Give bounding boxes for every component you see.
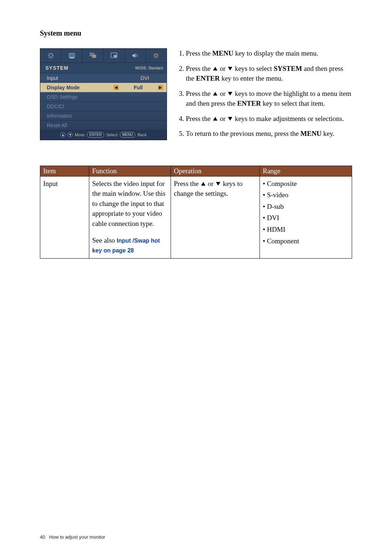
col-function: Function [89, 166, 171, 176]
osd-item-label: Display Mode [47, 85, 114, 90]
osd-footer-select: Select [106, 133, 118, 137]
range-item: HDMI [263, 224, 349, 235]
range-item: DVI [263, 213, 349, 223]
range-item: Composite [263, 179, 349, 189]
osd-tab-display-icon [40, 49, 61, 62]
step-2: Press the or keys to select SYSTEM and t… [186, 64, 352, 84]
step-4: Press the or keys to make adjustments or… [186, 114, 352, 124]
osd-menu-item: DDC/CI [40, 102, 167, 111]
cell-operation: Press the or keys to change the settings… [171, 176, 260, 258]
range-item: S-video [263, 190, 349, 200]
svg-point-7 [155, 54, 158, 57]
osd-header: SYSTEM MODE: Standard [40, 63, 167, 73]
up-triangle-icon [213, 92, 217, 96]
step-3: Press the or keys to move the highlight … [186, 89, 352, 109]
osd-tab-picture-icon [61, 49, 82, 62]
col-range: Range [260, 166, 352, 176]
page-number: 40 [40, 534, 45, 540]
up-triangle-icon [213, 67, 217, 70]
page-footer: 40 How to adjust your monitor [40, 534, 105, 540]
svg-rect-2 [70, 58, 74, 58]
osd-item-label: Reset All [47, 122, 127, 128]
osd-menu-list: InputDVIDisplay Mode◀Full▶OSD SettingsDD… [40, 73, 167, 130]
cell-function: Selects the video input for the main win… [89, 176, 171, 258]
range-item: Component [263, 236, 349, 246]
svg-rect-1 [69, 53, 74, 57]
osd-menu-item: Reset All [40, 121, 167, 130]
osd-tab-pip-icon [104, 49, 125, 62]
down-triangle-icon [228, 67, 232, 70]
osd-item-label: Input [47, 75, 127, 81]
osd-screenshot: SYSTEM MODE: Standard InputDVIDisplay Mo… [40, 48, 167, 140]
svg-point-0 [49, 54, 52, 57]
osd-footer-back: Back [138, 133, 146, 137]
osd-title: SYSTEM [45, 65, 69, 71]
svg-rect-6 [114, 55, 116, 57]
down-triangle-icon [216, 182, 220, 186]
osd-footer-down-icon: ▼ [68, 132, 73, 137]
osd-tab-audio-icon [125, 49, 146, 62]
osd-footer-enter: ENTER [87, 132, 104, 138]
osd-tab-picture-advanced-icon [82, 49, 103, 62]
table-row: Input Selects the video input for the ma… [40, 176, 352, 258]
osd-menu-item: Display Mode◀Full▶ [40, 83, 167, 92]
osd-footer-up-icon: ▲ [60, 132, 65, 137]
step-5: To return to the previous menu, press th… [186, 129, 352, 139]
left-arrow-icon: ◀ [114, 85, 119, 90]
section-title: System menu [40, 29, 352, 37]
osd-menu-item: Information [40, 111, 167, 121]
col-item: Item [40, 166, 89, 176]
col-operation: Operation [171, 166, 260, 176]
osd-footer-menu: MENU [120, 132, 135, 138]
osd-footer: ▲ ▼ Move ENTER Select MENU Back [40, 130, 167, 140]
down-triangle-icon [228, 117, 232, 121]
osd-footer-move: Move [75, 133, 85, 137]
osd-tab-bar [40, 49, 167, 63]
osd-item-label: DDC/CI [47, 104, 127, 109]
osd-item-label: Information [47, 113, 127, 119]
osd-item-value: Full [120, 85, 156, 90]
osd-mode-label: MODE: Standard [135, 65, 163, 71]
svg-rect-4 [92, 55, 96, 57]
cell-item: Input [40, 176, 89, 258]
osd-menu-item: InputDVI [40, 73, 167, 83]
instruction-steps: Press the MENU key to display the main m… [178, 48, 352, 144]
up-triangle-icon [213, 117, 217, 121]
range-item: D-sub [263, 202, 349, 212]
right-arrow-icon: ▶ [158, 85, 163, 90]
up-triangle-icon [201, 182, 205, 186]
down-triangle-icon [228, 92, 232, 96]
chapter-title: How to adjust your monitor [49, 534, 105, 540]
reference-table: Item Function Operation Range Input Sele… [40, 166, 352, 259]
osd-menu-item: OSD Settings [40, 92, 167, 102]
osd-tab-system-icon [146, 49, 167, 62]
osd-item-value: DVI [127, 75, 163, 81]
osd-item-label: OSD Settings [47, 94, 127, 100]
step-1: Press the MENU key to display the main m… [186, 48, 352, 58]
cell-range: CompositeS-videoD-subDVIHDMIComponent [260, 176, 352, 258]
